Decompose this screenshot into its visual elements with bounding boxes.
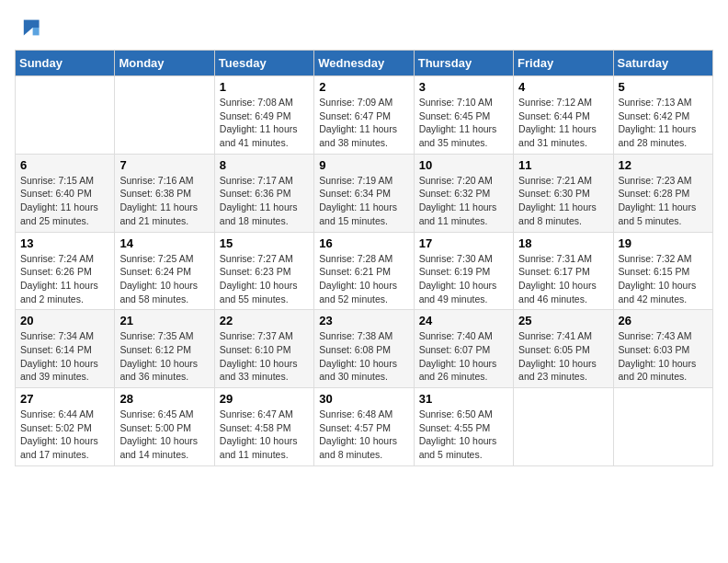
day-info: Sunrise: 7:19 AMSunset: 6:34 PMDaylight:… [319,174,408,228]
day-info: Sunrise: 7:32 AMSunset: 6:15 PMDaylight:… [619,252,708,306]
calendar-cell: 11Sunrise: 7:21 AMSunset: 6:30 PMDayligh… [514,154,613,232]
day-info: Sunrise: 7:38 AMSunset: 6:08 PMDaylight:… [319,329,408,384]
day-number: 31 [419,392,508,406]
day-number: 21 [119,314,209,327]
day-info: Sunrise: 7:12 AMSunset: 6:44 PMDaylight:… [518,96,608,150]
calendar-cell: 23Sunrise: 7:38 AMSunset: 6:08 PMDayligh… [314,310,414,388]
calendar-cell: 13Sunrise: 7:24 AMSunset: 6:26 PMDayligh… [16,232,115,310]
day-number: 25 [518,314,608,327]
day-number: 4 [518,80,608,94]
calendar-cell: 12Sunrise: 7:23 AMSunset: 6:28 PMDayligh… [613,154,712,232]
day-info: Sunrise: 7:37 AMSunset: 6:10 PMDaylight:… [220,329,309,384]
day-info: Sunrise: 7:13 AMSunset: 6:42 PMDaylight:… [619,96,708,150]
calendar-cell: 8Sunrise: 7:17 AMSunset: 6:36 PMDaylight… [214,154,313,232]
calendar-cell: 26Sunrise: 7:43 AMSunset: 6:03 PMDayligh… [613,310,712,388]
calendar-cell: 15Sunrise: 7:27 AMSunset: 6:23 PMDayligh… [214,232,313,310]
day-info: Sunrise: 7:08 AMSunset: 6:49 PMDaylight:… [220,96,309,150]
calendar-cell: 7Sunrise: 7:16 AMSunset: 6:38 PMDaylight… [115,154,214,232]
calendar-cell: 14Sunrise: 7:25 AMSunset: 6:24 PMDayligh… [115,232,214,310]
svg-marker-2 [33,28,40,35]
logo [15,15,44,40]
calendar-cell: 17Sunrise: 7:30 AMSunset: 6:19 PMDayligh… [414,232,513,310]
svg-marker-1 [24,28,33,35]
calendar-week-row: 13Sunrise: 7:24 AMSunset: 6:26 PMDayligh… [16,232,713,310]
day-info: Sunrise: 6:45 AMSunset: 5:00 PMDaylight:… [119,408,209,462]
calendar-cell [514,388,613,466]
day-number: 2 [319,80,408,94]
calendar-week-row: 6Sunrise: 7:15 AMSunset: 6:40 PMDaylight… [16,154,713,232]
day-number: 29 [220,392,309,406]
day-info: Sunrise: 7:10 AMSunset: 6:45 PMDaylight:… [419,96,508,150]
day-number: 22 [220,314,309,327]
calendar-cell: 27Sunrise: 6:44 AMSunset: 5:02 PMDayligh… [16,388,115,466]
calendar-cell: 18Sunrise: 7:31 AMSunset: 6:17 PMDayligh… [514,232,613,310]
weekday-header-row: SundayMondayTuesdayWednesdayThursdayFrid… [16,51,713,76]
calendar-cell [16,76,115,155]
day-number: 8 [220,158,309,172]
svg-marker-0 [24,20,40,28]
calendar-cell: 16Sunrise: 7:28 AMSunset: 6:21 PMDayligh… [314,232,414,310]
calendar-cell: 22Sunrise: 7:37 AMSunset: 6:10 PMDayligh… [214,310,313,388]
calendar-cell: 6Sunrise: 7:15 AMSunset: 6:40 PMDaylight… [16,154,115,232]
day-number: 26 [619,314,708,327]
day-number: 23 [319,314,408,327]
day-number: 16 [319,236,408,250]
day-info: Sunrise: 7:21 AMSunset: 6:30 PMDaylight:… [518,174,608,228]
day-number: 7 [119,158,209,172]
day-info: Sunrise: 7:23 AMSunset: 6:28 PMDaylight:… [619,174,708,228]
day-info: Sunrise: 7:09 AMSunset: 6:47 PMDaylight:… [319,96,408,150]
day-number: 10 [419,158,508,172]
day-info: Sunrise: 7:34 AMSunset: 6:14 PMDaylight:… [20,329,109,384]
day-info: Sunrise: 7:20 AMSunset: 6:32 PMDaylight:… [419,174,508,228]
calendar-table: SundayMondayTuesdayWednesdayThursdayFrid… [15,50,713,466]
day-info: Sunrise: 7:35 AMSunset: 6:12 PMDaylight:… [119,329,209,384]
day-number: 12 [619,158,708,172]
day-number: 3 [419,80,508,94]
calendar-cell: 28Sunrise: 6:45 AMSunset: 5:00 PMDayligh… [115,388,214,466]
calendar-cell: 19Sunrise: 7:32 AMSunset: 6:15 PMDayligh… [613,232,712,310]
calendar-cell: 10Sunrise: 7:20 AMSunset: 6:32 PMDayligh… [414,154,513,232]
day-info: Sunrise: 7:25 AMSunset: 6:24 PMDaylight:… [119,252,209,306]
weekday-header: Thursday [414,51,513,76]
calendar-cell: 9Sunrise: 7:19 AMSunset: 6:34 PMDaylight… [314,154,414,232]
page-header [15,15,713,40]
calendar-cell [613,388,712,466]
calendar-cell: 30Sunrise: 6:48 AMSunset: 4:57 PMDayligh… [314,388,414,466]
day-info: Sunrise: 7:24 AMSunset: 6:26 PMDaylight:… [20,252,109,306]
weekday-header: Tuesday [214,51,313,76]
day-number: 9 [319,158,408,172]
day-info: Sunrise: 7:40 AMSunset: 6:07 PMDaylight:… [419,329,508,384]
day-number: 18 [518,236,608,250]
calendar-cell [115,76,214,155]
day-number: 27 [20,392,109,406]
day-info: Sunrise: 6:44 AMSunset: 5:02 PMDaylight:… [20,408,109,462]
day-number: 24 [419,314,508,327]
calendar-cell: 5Sunrise: 7:13 AMSunset: 6:42 PMDaylight… [613,76,712,155]
weekday-header: Monday [115,51,214,76]
day-number: 1 [220,80,309,94]
weekday-header: Wednesday [314,51,414,76]
calendar-cell: 1Sunrise: 7:08 AMSunset: 6:49 PMDaylight… [214,76,313,155]
day-info: Sunrise: 7:30 AMSunset: 6:19 PMDaylight:… [419,252,508,306]
day-info: Sunrise: 7:17 AMSunset: 6:36 PMDaylight:… [220,174,309,228]
day-number: 17 [419,236,508,250]
day-number: 30 [319,392,408,406]
day-info: Sunrise: 7:15 AMSunset: 6:40 PMDaylight:… [20,174,109,228]
day-number: 20 [20,314,109,327]
day-number: 14 [119,236,209,250]
calendar-cell: 21Sunrise: 7:35 AMSunset: 6:12 PMDayligh… [115,310,214,388]
weekday-header: Friday [514,51,613,76]
calendar-cell: 29Sunrise: 6:47 AMSunset: 4:58 PMDayligh… [214,388,313,466]
day-number: 13 [20,236,109,250]
day-number: 15 [220,236,309,250]
calendar-cell: 4Sunrise: 7:12 AMSunset: 6:44 PMDaylight… [514,76,613,155]
calendar-cell: 31Sunrise: 6:50 AMSunset: 4:55 PMDayligh… [414,388,513,466]
calendar-week-row: 1Sunrise: 7:08 AMSunset: 6:49 PMDaylight… [16,76,713,155]
day-number: 6 [20,158,109,172]
calendar-cell: 3Sunrise: 7:10 AMSunset: 6:45 PMDaylight… [414,76,513,155]
day-info: Sunrise: 7:41 AMSunset: 6:05 PMDaylight:… [518,329,608,384]
day-info: Sunrise: 7:31 AMSunset: 6:17 PMDaylight:… [518,252,608,306]
day-info: Sunrise: 6:50 AMSunset: 4:55 PMDaylight:… [419,408,508,462]
weekday-header: Sunday [16,51,115,76]
day-info: Sunrise: 7:28 AMSunset: 6:21 PMDaylight:… [319,252,408,306]
